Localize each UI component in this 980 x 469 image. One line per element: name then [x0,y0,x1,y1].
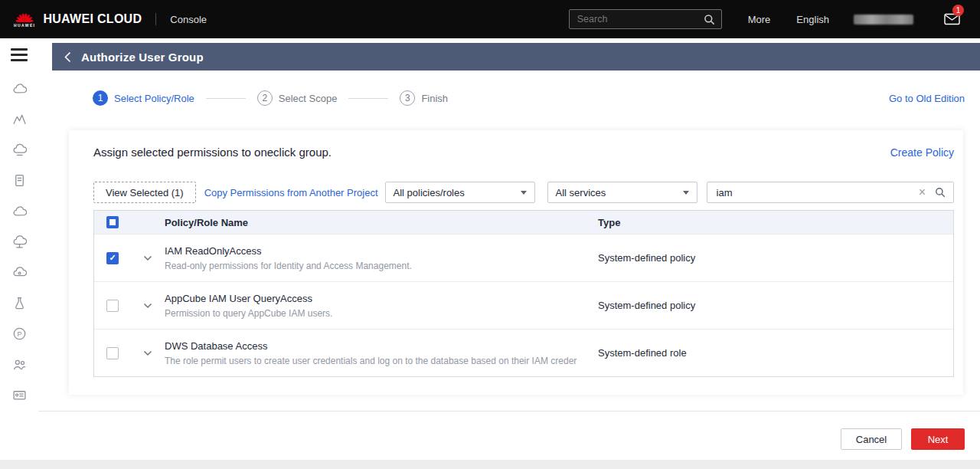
copy-permissions-link[interactable]: Copy Permissions from Another Project [204,187,378,198]
footer-divider [38,411,980,412]
services-filter-value: All services [556,187,606,198]
lab-flask-icon[interactable] [12,296,27,310]
table-row: DWS Database Access The role permit user… [94,329,953,376]
parking-circle-icon[interactable]: P [12,326,27,341]
go-to-old-edition-link[interactable]: Go to Old Edition [889,93,965,104]
huawei-wordmark: HUAWEI [14,23,35,28]
notification-badge: 1 [952,5,964,16]
global-search-input[interactable] [576,13,704,25]
table-row: IAM ReadOnlyAccess Read-only permissions… [94,234,953,281]
account-name-redacted[interactable] [854,15,913,25]
policy-name: IAM ReadOnlyAccess [165,245,598,257]
column-header-name: Policy/Role Name [165,217,598,228]
divider [155,13,156,25]
step-select-scope: 2 Select Scope [257,90,338,106]
chevron-left-icon [64,51,71,63]
policy-description: The role permit users to create user cre… [165,356,598,366]
table-header-row: Policy/Role Name Type [94,211,953,234]
model-peaks-icon[interactable] [12,112,27,126]
expand-chevron-icon[interactable] [143,255,152,261]
row-checkbox[interactable] [106,300,119,312]
select-all-checkbox[interactable] [106,216,119,228]
server-list-icon[interactable] [12,173,27,188]
policies-filter-value: All policies/roles [394,187,465,198]
global-search[interactable] [569,9,722,29]
cancel-button[interactable]: Cancel [841,428,902,450]
step-label: Select Scope [279,93,338,104]
page-title: Authorize User Group [81,51,204,64]
svg-text:P: P [17,330,21,338]
policy-name: DWS Database Access [165,340,598,352]
topbar: HUAWEI HUAWEI CLOUD Console More English… [0,0,980,38]
content-card: Assign selected permissions to oneclick … [69,130,963,395]
huawei-logo[interactable]: HUAWEI [14,11,35,28]
policy-type: System-defined policy [598,252,953,264]
expand-chevron-icon[interactable] [143,350,152,356]
view-selected-button[interactable]: View Selected (1) [93,182,196,203]
console-link[interactable]: Console [170,14,207,25]
footer-actions: Cancel Next [841,428,965,450]
policy-description: Permission to query AppCube IAM users. [165,308,598,319]
policy-table: Policy/Role Name Type IAM ReadOnlyAccess… [93,210,954,377]
back-button[interactable] [64,51,71,63]
policy-name: AppCube IAM User QueryAccess [165,293,598,304]
page-header: Authorize User Group [52,43,980,71]
policy-search[interactable]: × [707,182,954,203]
user-group-icon[interactable] [12,357,27,372]
huawei-flower-icon [15,11,34,22]
search-icon[interactable] [935,187,946,198]
table-toolbar: View Selected (1) Copy Permissions from … [93,182,954,203]
chevron-down-icon [683,191,689,195]
sidebar: P [0,38,38,460]
search-icon[interactable] [704,14,715,25]
expand-chevron-icon[interactable] [143,303,152,309]
brand-name[interactable]: HUAWEI CLOUD [43,12,142,26]
step-number: 1 [93,90,108,106]
cloud-service-icon[interactable] [12,81,27,96]
policy-search-input[interactable] [715,186,919,199]
language-selector[interactable]: English [796,14,829,25]
policy-type: System-defined policy [598,300,953,311]
policy-description: Read-only permissions for Identity and A… [165,261,598,271]
create-policy-link[interactable]: Create Policy [890,146,954,159]
step-connector [206,98,246,99]
clear-icon[interactable]: × [919,186,926,198]
menu-icon[interactable] [11,48,28,61]
chevron-down-icon [521,191,527,195]
cloud-network-icon[interactable] [12,235,27,249]
step-finish: 3 Finish [400,90,448,106]
step-number: 3 [400,90,415,106]
policies-filter-dropdown[interactable]: All policies/roles [385,182,535,203]
cloud-icon[interactable] [12,204,27,218]
notifications-button[interactable]: 1 [944,13,960,25]
id-card-icon[interactable] [12,388,27,402]
wizard-steps: 1 Select Policy/Role 2 Select Scope 3 Fi… [52,71,980,126]
cloud-storage-icon[interactable] [12,143,27,157]
step-number: 2 [257,90,273,106]
more-menu[interactable]: More [748,14,771,25]
services-filter-dropdown[interactable]: All services [547,182,697,203]
cloud-compute-icon[interactable] [12,265,27,280]
step-label: Select Policy/Role [114,93,194,104]
row-checkbox[interactable] [106,252,119,264]
step-connector [348,98,388,99]
page-bottom-strip [0,460,980,469]
next-button[interactable]: Next [911,428,965,450]
step-label: Finish [421,93,448,104]
step-select-policy-role: 1 Select Policy/Role [93,90,194,106]
row-checkbox[interactable] [106,347,119,359]
column-header-type: Type [598,217,953,228]
table-row: AppCube IAM User QueryAccess Permission … [94,281,953,329]
assign-permissions-heading: Assign selected permissions to oneclick … [93,146,332,159]
policy-type: System-defined role [598,347,953,359]
